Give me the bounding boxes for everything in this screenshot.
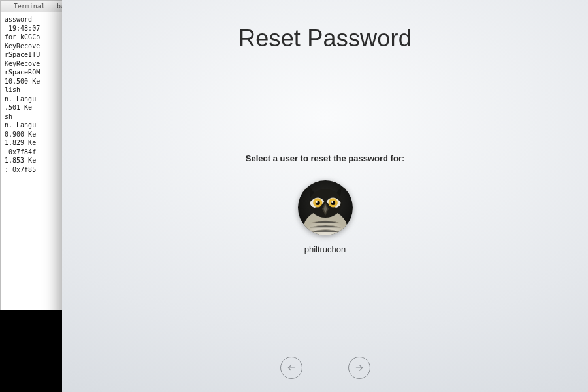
nav-buttons: [62, 357, 588, 379]
svg-point-7: [316, 201, 317, 203]
back-button[interactable]: [280, 357, 302, 379]
user-name-label: philtruchon: [304, 244, 346, 254]
instruction-text: Select a user to reset the password for:: [246, 154, 404, 163]
page-title: Reset Password: [238, 25, 412, 52]
svg-point-5: [315, 201, 319, 205]
next-button[interactable]: [348, 357, 370, 379]
owl-avatar-icon: [298, 180, 353, 235]
user-tile[interactable]: philtruchon: [298, 180, 353, 254]
svg-point-8: [331, 201, 333, 203]
arrow-left-icon: [287, 363, 296, 372]
arrow-right-icon: [355, 363, 364, 372]
reset-password-panel: Reset Password Select a user to reset th…: [62, 0, 588, 392]
svg-point-6: [331, 201, 335, 205]
user-avatar: [298, 180, 353, 235]
